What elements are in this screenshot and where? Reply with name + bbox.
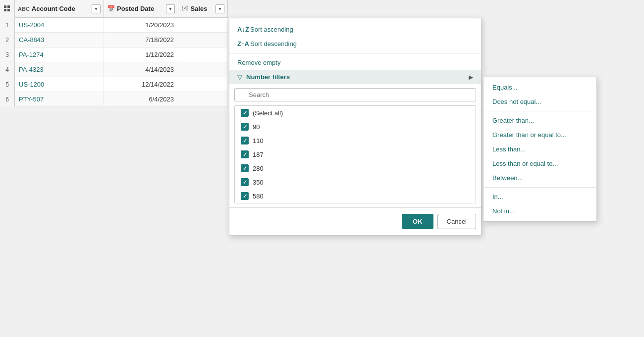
sort-ascending-item[interactable]: A↓Z Sort ascending (229, 22, 481, 37)
cell-posted-date: 12/14/2022 (104, 77, 178, 92)
cell-posted-date: 6/4/2023 (104, 92, 178, 107)
posted-date-header[interactable]: 📅 Posted Date ▼ (104, 0, 178, 18)
submenu-item[interactable]: Equals... (483, 80, 596, 95)
cell-sales (178, 48, 228, 62)
list-item[interactable]: 580 (235, 189, 476, 203)
cell-sales (178, 77, 228, 92)
cell-account-code: PTY-507 (15, 92, 104, 107)
svg-rect-3 (7, 9, 10, 11)
submenu-item[interactable]: Between... (483, 171, 596, 185)
select-all-label: (Select all) (253, 109, 283, 117)
dropdown-arrow-sales: ▼ (218, 6, 222, 11)
svg-rect-1 (7, 5, 10, 8)
account-code-dropdown[interactable]: ▼ (92, 4, 101, 13)
table-row: 1 US-2004 1/20/2023 (0, 18, 228, 33)
search-container: 🔍 (234, 88, 476, 101)
posted-date-dropdown[interactable]: ▼ (166, 4, 175, 13)
num-col-icon: 1²3 (181, 6, 188, 11)
submenu-item[interactable]: Not in... (483, 204, 596, 218)
cell-account-code: US-2004 (15, 18, 104, 33)
row-num: 4 (0, 62, 15, 77)
table-row: 4 PA-4323 4/14/2023 (0, 62, 228, 77)
sales-label: Sales (190, 5, 214, 12)
svg-rect-0 (4, 5, 6, 8)
submenu-item[interactable]: Greater than or equal to... (483, 128, 596, 142)
value-checkbox[interactable] (241, 137, 249, 144)
text-col-icon: ABC (18, 6, 30, 12)
value-label: 280 (253, 165, 264, 172)
table-body: 1 US-2004 1/20/2023 2 CA-8843 7/18/2022 … (0, 18, 228, 107)
row-num: 6 (0, 92, 15, 107)
list-item[interactable]: 350 (235, 175, 476, 189)
row-num: 3 (0, 48, 15, 62)
submenu-item[interactable]: In... (483, 190, 596, 204)
cell-account-code: PA-4323 (15, 62, 104, 77)
table-row: 5 US-1200 12/14/2022 (0, 77, 228, 92)
submenu-item[interactable]: Does not equal... (483, 95, 596, 109)
list-item[interactable]: 110 (235, 134, 476, 147)
submenu-arrow: ▶ (469, 74, 473, 81)
account-code-label: Account Code (32, 5, 90, 12)
cell-sales (178, 62, 228, 77)
search-input[interactable] (234, 88, 476, 101)
cancel-button[interactable]: Cancel (437, 214, 476, 229)
number-filters-item[interactable]: ▽ Number filters ▶ (229, 70, 481, 84)
sort-desc-icon: Z↑A (237, 40, 246, 48)
row-num: 1 (0, 18, 15, 33)
cell-sales (178, 92, 228, 107)
submenu-item[interactable]: Greater than... (483, 113, 596, 128)
sort-descending-item[interactable]: Z↑A Sort descending (229, 37, 481, 51)
table-row: 6 PTY-507 6/4/2023 (0, 92, 228, 107)
sort-ascending-label: Sort ascending (250, 26, 293, 33)
row-num: 2 (0, 33, 15, 48)
sales-header[interactable]: 1²3 Sales ▼ (178, 0, 228, 18)
submenu-item[interactable]: Less than... (483, 142, 596, 156)
value-label: 187 (253, 151, 264, 158)
cell-posted-date: 1/12/2022 (104, 48, 178, 62)
separator-1 (229, 53, 481, 53)
cell-account-code: PA-1274 (15, 48, 104, 62)
value-label: 350 (253, 179, 264, 186)
table-row: 2 CA-8843 7/18/2022 (0, 33, 228, 48)
list-item[interactable]: 187 (235, 147, 476, 161)
row-num: 5 (0, 77, 15, 92)
value-label: 580 (253, 193, 264, 200)
cell-sales (178, 18, 228, 33)
account-code-header[interactable]: ABC Account Code ▼ (15, 0, 104, 18)
value-checkbox[interactable] (241, 164, 249, 172)
cell-posted-date: 7/18/2022 (104, 33, 178, 48)
list-item[interactable]: 90 (235, 120, 476, 134)
dropdown-arrow-date: ▼ (168, 6, 173, 11)
select-all-checkbox[interactable] (241, 109, 249, 117)
grid-icon (3, 5, 11, 13)
date-col-icon: 📅 (107, 5, 115, 12)
filter-footer: OK Cancel (229, 207, 481, 235)
select-all-item[interactable]: (Select all) (235, 106, 476, 120)
submenu-panel: Equals...Does not equal...Greater than..… (483, 77, 597, 222)
value-checkbox[interactable] (241, 192, 249, 200)
submenu-separator (483, 187, 596, 188)
value-label: 110 (253, 137, 264, 144)
funnel-icon: ▽ (237, 73, 242, 81)
filter-panel: A↓Z Sort ascending Z↑A Sort descending R… (229, 18, 482, 236)
cell-account-code: CA-8843 (15, 33, 104, 48)
value-label: 90 (253, 123, 260, 131)
row-num-header (0, 0, 15, 18)
remove-empty-label: Remove empty (237, 59, 280, 66)
table-row: 3 PA-1274 1/12/2022 (0, 48, 228, 62)
number-filters-label: Number filters (246, 73, 290, 81)
ok-button[interactable]: OK (402, 214, 433, 229)
submenu-separator (483, 111, 596, 111)
cell-posted-date: 4/14/2023 (104, 62, 178, 77)
value-checkbox[interactable] (241, 150, 249, 158)
submenu-item[interactable]: Less than or equal to... (483, 156, 596, 171)
value-checkbox[interactable] (241, 123, 249, 131)
cell-posted-date: 1/20/2023 (104, 18, 178, 33)
value-checkbox[interactable] (241, 178, 249, 186)
remove-empty-item[interactable]: Remove empty (229, 55, 481, 70)
list-item[interactable]: 280 (235, 161, 476, 175)
sales-dropdown[interactable]: ▼ (215, 4, 224, 13)
posted-date-label: Posted Date (117, 5, 164, 12)
checkbox-list: (Select all) 90 110 187 280 350 580 (234, 105, 476, 203)
data-table: ABC Account Code ▼ 📅 Posted Date ▼ 1²3 S… (0, 0, 228, 107)
